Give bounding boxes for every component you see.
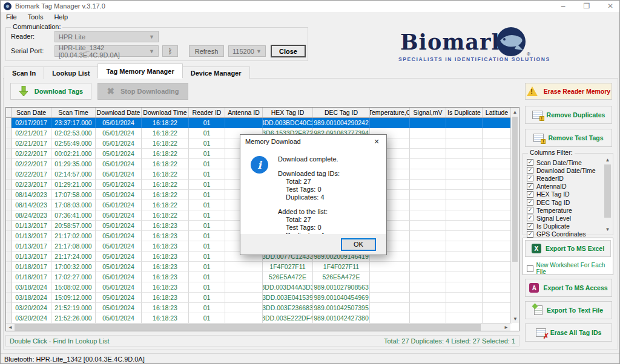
col-header-scan-time[interactable]: Scan Time bbox=[51, 108, 96, 117]
cell: 01/13/2017 bbox=[12, 252, 51, 262]
close-window-button[interactable]: ✕ bbox=[600, 1, 620, 12]
table-row[interactable]: 03/18/202415:09:12.00005/01/202416:18:23… bbox=[6, 293, 519, 303]
cell: 16:18:22 bbox=[142, 159, 189, 169]
filter-is-duplicate[interactable]: ✓Is Duplicate bbox=[527, 223, 599, 230]
export-access-button[interactable]: A Export To MS Access bbox=[525, 279, 612, 297]
scroll-up-icon[interactable]: ▲ bbox=[604, 156, 612, 164]
restore-button[interactable]: ❐ bbox=[576, 1, 597, 12]
ok-button[interactable]: OK bbox=[341, 238, 376, 251]
table-status-strip: Double Click - Find In Lookup List Total… bbox=[5, 335, 519, 346]
cell: 05/01/2024 bbox=[96, 128, 142, 138]
col-header-dec-tag-id[interactable]: DEC Tag ID bbox=[313, 108, 370, 117]
table-row[interactable]: 01/18/201717:02:27.00005/01/202416:18:23… bbox=[6, 272, 519, 282]
remove-duplicates-button[interactable]: ! Remove Duplicates bbox=[525, 106, 612, 124]
table-hscrollbar[interactable]: ◄► bbox=[6, 323, 510, 331]
row-header-cell bbox=[6, 313, 12, 323]
title-bar[interactable]: ☻ Biomark Tag Manager v.3.17.0 – ❐ ✕ bbox=[1, 1, 620, 12]
menu-item-file[interactable]: File bbox=[1, 12, 22, 22]
table-row[interactable]: 03/18/202415:08:02.00005/01/202416:18:23… bbox=[6, 282, 519, 293]
erase-reader-memory-button[interactable]: Erase Reader Memory bbox=[525, 83, 612, 100]
cell: 01:29:35.000 bbox=[51, 159, 96, 169]
tab-device-manager[interactable]: Device Manager bbox=[182, 67, 250, 79]
export-excel-button[interactable]: X Export To MS Excel bbox=[525, 240, 611, 257]
table-vscroll-thumb[interactable] bbox=[512, 117, 518, 262]
cell: 15:08:02.000 bbox=[51, 282, 96, 293]
table-row[interactable]: 03/20/202421:52:26.00005/01/202416:18:23… bbox=[6, 313, 519, 323]
tab-lookup-list[interactable]: Lookup List bbox=[44, 67, 98, 79]
checkbox-icon[interactable] bbox=[527, 265, 533, 272]
stop-downloading-button[interactable]: ✖ Stop Downloading bbox=[97, 83, 188, 100]
cell: 01 bbox=[189, 303, 225, 313]
cell: 05/01/2024 bbox=[96, 159, 142, 169]
dialog-close-icon[interactable]: ✕ bbox=[367, 135, 386, 148]
text-file-icon bbox=[534, 305, 542, 315]
row-header-cell bbox=[6, 169, 12, 180]
scroll-up-icon[interactable]: ▲ bbox=[511, 108, 519, 116]
cell: 3DD.003E041539 bbox=[263, 293, 313, 303]
stat-line: Duplicates: 4 bbox=[278, 193, 340, 201]
baud-rate-select[interactable]: 115200 ▼ bbox=[228, 45, 266, 57]
cell bbox=[483, 231, 512, 241]
new-worksheet-option[interactable]: New Worksheet For Each File bbox=[527, 262, 613, 275]
export-text-file-button[interactable]: Export To Text File bbox=[525, 301, 612, 319]
filter-scroll-thumb[interactable] bbox=[604, 164, 611, 218]
bluetooth-button[interactable]: ᛒ bbox=[162, 45, 178, 57]
tab-scan-in[interactable]: Scan In bbox=[4, 67, 44, 79]
filter-dec-tag-id[interactable]: ✓DEC Tag ID bbox=[527, 198, 599, 206]
filter-scrollbar[interactable]: ▲ ▼ bbox=[604, 156, 612, 233]
filter-label: GPS Coordinates bbox=[536, 230, 586, 238]
stat-line: Test Tags: 0 bbox=[278, 186, 340, 193]
col-header-reader-id[interactable]: Reader ID bbox=[189, 108, 225, 117]
col-header-antenna-id[interactable]: Antenna ID bbox=[225, 108, 263, 117]
erase-all-tag-ids-button[interactable]: ✗ Erase All Tag IDs bbox=[525, 323, 612, 342]
col-header-signal-mv[interactable]: Signal,mV bbox=[410, 108, 446, 117]
table-row[interactable]: 02/17/201723:37:17.00005/01/202416:18:22… bbox=[6, 118, 519, 128]
cell bbox=[446, 118, 483, 128]
dialog-title-bar[interactable]: Memory Download ✕ bbox=[240, 135, 386, 148]
col-header-latitude[interactable]: Latitude bbox=[483, 108, 512, 117]
filter-signal-level[interactable]: ✓Signal Level bbox=[527, 214, 599, 222]
cell: 02:02:53.000 bbox=[51, 128, 96, 138]
cell bbox=[446, 149, 483, 159]
table-hscroll-thumb[interactable] bbox=[15, 324, 481, 331]
col-header-download-date[interactable]: Download Date bbox=[96, 108, 142, 117]
excel-export-group: X Export To MS Excel New Worksheet For E… bbox=[523, 238, 613, 275]
cell: 15:09:12.000 bbox=[51, 293, 96, 303]
table-row[interactable]: 03/20/202421:52:19.00005/01/202416:18:23… bbox=[6, 303, 519, 313]
table-row[interactable]: 01/18/201717:00:32.00005/01/202416:18:23… bbox=[6, 262, 519, 272]
minimize-button[interactable]: – bbox=[553, 1, 573, 12]
cell bbox=[483, 210, 512, 221]
tab-tag-memory-manager[interactable]: Tag Memory Manager bbox=[97, 63, 182, 78]
cell: 05/01/2024 bbox=[96, 210, 142, 221]
filter-antennaid[interactable]: ✓AntennaID bbox=[527, 183, 599, 190]
filter-download-date-time[interactable]: ✓Download Date/Time bbox=[527, 166, 599, 174]
filter-readerid[interactable]: ✓ReaderID bbox=[527, 174, 599, 182]
row-header-cell bbox=[6, 252, 12, 262]
col-header-temperature-c[interactable]: Temperature,C bbox=[370, 108, 410, 117]
filter-gps-coordinates[interactable]: ✓GPS Coordinates bbox=[527, 230, 599, 238]
cell: 01 bbox=[189, 200, 225, 210]
col-header-is-duplicate[interactable]: Is Duplicate bbox=[446, 108, 483, 117]
scroll-down-icon[interactable]: ▼ bbox=[604, 226, 612, 233]
close-port-button[interactable]: Close bbox=[271, 45, 306, 57]
filter-scan-date-time[interactable]: ✓Scan Date/Time bbox=[527, 158, 599, 166]
menu-item-tools[interactable]: Tools bbox=[22, 12, 49, 22]
scroll-right-icon[interactable]: ► bbox=[502, 325, 510, 330]
filter-temperature[interactable]: ✓Temperature bbox=[527, 206, 599, 214]
col-header-download-time[interactable]: Download Time bbox=[142, 108, 189, 117]
remove-test-tags-button[interactable]: ! Remove Test Tags bbox=[525, 129, 612, 147]
scroll-left-icon[interactable]: ◄ bbox=[6, 325, 15, 330]
table-vscrollbar[interactable]: ▲▼ bbox=[510, 108, 519, 323]
cell: 05/01/2024 bbox=[96, 149, 142, 159]
col-header-scan-date[interactable]: Scan Date bbox=[12, 108, 51, 117]
serial-port-select[interactable]: HPR-Lite_1342 [00.04.3E.4C.9D.0A] ▼ bbox=[54, 45, 159, 57]
refresh-button[interactable]: Refresh bbox=[189, 45, 224, 57]
dialog-message: Download complete. bbox=[278, 155, 340, 163]
filter-hex-tag-id[interactable]: ✓HEX Tag ID bbox=[527, 190, 599, 198]
reader-select[interactable]: HPR Lite ▼ bbox=[54, 31, 159, 42]
download-tags-button[interactable]: Download Tags bbox=[10, 83, 91, 100]
menu-item-help[interactable]: Help bbox=[48, 12, 73, 22]
cell: 01/13/2017 bbox=[12, 221, 51, 231]
col-header-hex-tag-id[interactable]: HEX Tag ID bbox=[263, 108, 313, 117]
scroll-down-icon[interactable]: ▼ bbox=[511, 314, 519, 323]
